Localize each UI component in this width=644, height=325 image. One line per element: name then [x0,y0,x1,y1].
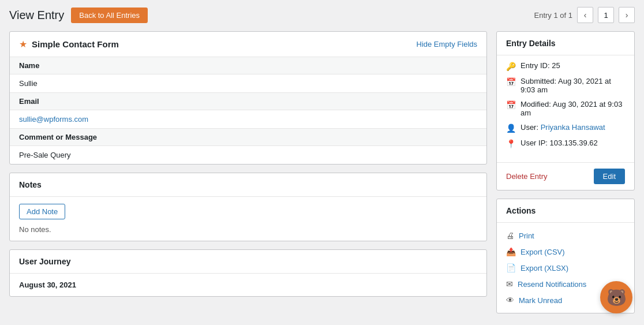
field-label-email: Email [10,93,486,110]
form-title: Simple Contact Form [32,39,119,49]
page-title: View Entry [9,9,64,22]
user-ip-row: 📍 User IP: 103.135.39.62 [506,139,625,148]
location-icon: 📍 [506,139,516,148]
entry-details-header: Entry Details [497,32,634,55]
page-header: View Entry Back to All Entries Entry 1 o… [9,7,635,23]
resend-notifications-label: Resend Notifications [518,280,586,289]
calendar-submitted-icon: 📅 [506,77,516,87]
user-ip-label: User IP: 103.135.39.62 [521,139,598,147]
star-icon: ★ [19,39,27,50]
user-journey-card: User Journey August 30, 2021 [9,249,487,297]
notes-card: Notes Add Note No notes. [9,173,487,241]
journey-date: August 30, 2021 [19,281,76,289]
journey-body: August 30, 2021 [10,274,486,296]
notes-body: Add Note No notes. [10,197,486,241]
entry-counter: Entry 1 of 1 [534,11,572,20]
entry-id-row: 🔑 Entry ID: 25 [506,61,625,71]
form-card: ★ Simple Contact Form Hide Empty Fields … [9,31,487,165]
entry-details-card: Entry Details 🔑 Entry ID: 25 📅 Submitted… [496,31,635,190]
journey-header: User Journey [10,250,486,274]
add-note-button[interactable]: Add Note [19,204,65,219]
no-notes-text: No notes. [19,225,51,234]
export-xlsx-label: Export (XLSX) [521,264,568,272]
field-value-name: Sullie [10,74,486,93]
user-profile-link[interactable]: Priyanka Hansawat [541,123,605,132]
header-right: Entry 1 of 1 ‹ 1 › [534,7,635,23]
actions-header: Actions [497,199,634,223]
notes-header: Notes [10,173,486,197]
email-link[interactable]: sullie@wpforms.com [19,115,88,124]
field-label-name: Name [10,57,486,74]
entry-details-actions: Delete Entry Edit [497,162,634,190]
print-label: Print [519,231,534,240]
mark-unread-icon: 👁 [506,296,514,305]
back-to-all-entries-button[interactable]: Back to All Entries [71,8,148,23]
delete-entry-link[interactable]: Delete Entry [506,172,548,181]
next-entry-button[interactable]: › [619,7,635,23]
export-csv-icon: 📤 [506,247,516,256]
mascot-widget[interactable]: 🐻 [600,281,632,313]
user-row: 👤 User: Priyanka Hansawat [506,123,625,133]
current-page-number: 1 [598,7,614,23]
field-value-comment: Pre-Sale Query [10,146,486,164]
key-icon: 🔑 [506,62,516,71]
resend-notifications-icon: ✉ [506,279,513,289]
export-xlsx-icon: 📄 [506,263,516,272]
modified-label: Modified: Aug 30, 2021 at 9:03 am [521,100,625,117]
user-label-text: User: Priyanka Hansawat [521,123,605,132]
form-title-row: ★ Simple Contact Form [19,39,119,50]
edit-entry-button[interactable]: Edit [594,169,625,184]
entry-details-body: 🔑 Entry ID: 25 📅 Submitted: Aug 30, 2021… [497,55,634,160]
print-action[interactable]: 🖨 Print [497,227,634,244]
mark-unread-label: Mark Unread [519,296,562,305]
user-icon: 👤 [506,124,516,133]
form-card-header: ★ Simple Contact Form Hide Empty Fields [10,32,486,57]
left-column: ★ Simple Contact Form Hide Empty Fields … [9,31,487,297]
calendar-modified-icon: 📅 [506,100,516,110]
export-csv-label: Export (CSV) [521,248,565,256]
print-icon: 🖨 [506,231,514,240]
right-column: Entry Details 🔑 Entry ID: 25 📅 Submitted… [496,31,635,313]
hide-empty-fields-link[interactable]: Hide Empty Fields [417,40,477,48]
prev-entry-button[interactable]: ‹ [577,7,593,23]
modified-row: 📅 Modified: Aug 30, 2021 at 9:03 am [506,100,625,117]
submitted-row: 📅 Submitted: Aug 30, 2021 at 9:03 am [506,77,625,94]
submitted-label: Submitted: Aug 30, 2021 at 9:03 am [521,77,625,94]
header-left: View Entry Back to All Entries [9,8,148,23]
field-value-email: sullie@wpforms.com [10,110,486,129]
main-layout: ★ Simple Contact Form Hide Empty Fields … [9,31,635,313]
field-label-comment: Comment or Message [10,129,486,146]
entry-id-label: Entry ID: 25 [521,61,560,70]
export-csv-action[interactable]: 📤 Export (CSV) [497,244,634,260]
export-xlsx-action[interactable]: 📄 Export (XLSX) [497,260,634,276]
